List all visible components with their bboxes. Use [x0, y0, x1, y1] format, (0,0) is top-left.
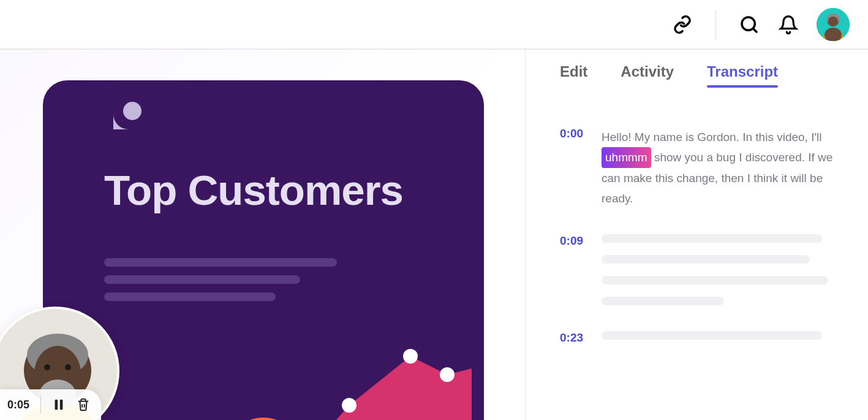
- transcript-placeholder: [602, 234, 839, 305]
- svg-point-15: [440, 367, 455, 382]
- tab-edit[interactable]: Edit: [560, 63, 587, 85]
- svg-point-14: [403, 349, 418, 364]
- svg-point-7: [828, 17, 838, 26]
- svg-point-23: [44, 364, 50, 370]
- main-content: Top Customers: [0, 49, 868, 420]
- divider: [40, 395, 41, 414]
- tab-activity[interactable]: Activity: [621, 63, 674, 85]
- svg-line-1: [753, 28, 757, 31]
- tabs: Edit Activity Transcript: [560, 63, 839, 85]
- svg-point-8: [123, 102, 142, 120]
- slide-logo-icon: [104, 99, 147, 144]
- timestamp: 0:00: [560, 127, 591, 208]
- video-controls: 0:05: [0, 389, 101, 420]
- timestamp: 0:09: [560, 234, 591, 305]
- slide-chart: [104, 332, 472, 420]
- slide-title: Top Customers: [104, 166, 403, 215]
- svg-point-24: [65, 364, 71, 370]
- video-time: 0:05: [7, 399, 29, 411]
- topbar: [0, 0, 868, 49]
- transcript-placeholder: [602, 331, 839, 345]
- transcript-text: Hello! My name is Gordon. In this video,…: [602, 127, 839, 208]
- link-icon[interactable]: [671, 13, 693, 36]
- transcript-segment[interactable]: 0:00 Hello! My name is Gordon. In this v…: [560, 127, 839, 208]
- filler-highlight[interactable]: uhmmm: [602, 147, 651, 167]
- pause-button[interactable]: [52, 398, 66, 411]
- side-panel: Edit Activity Transcript 0:00 Hello! My …: [525, 50, 868, 420]
- avatar[interactable]: [817, 8, 850, 41]
- svg-rect-25: [55, 400, 58, 410]
- svg-rect-26: [60, 400, 63, 410]
- timestamp: 0:23: [560, 331, 591, 345]
- delete-button[interactable]: [77, 398, 90, 411]
- divider: [715, 10, 716, 39]
- slide-decorative-bars: [104, 258, 337, 310]
- transcript-segment[interactable]: 0:23: [560, 331, 839, 345]
- video-pane: Top Customers: [0, 50, 525, 420]
- svg-point-13: [342, 398, 357, 413]
- bell-icon[interactable]: [777, 13, 799, 36]
- tab-transcript[interactable]: Transcript: [707, 63, 778, 85]
- transcript-segment[interactable]: 0:09: [560, 234, 839, 305]
- search-icon[interactable]: [738, 13, 760, 36]
